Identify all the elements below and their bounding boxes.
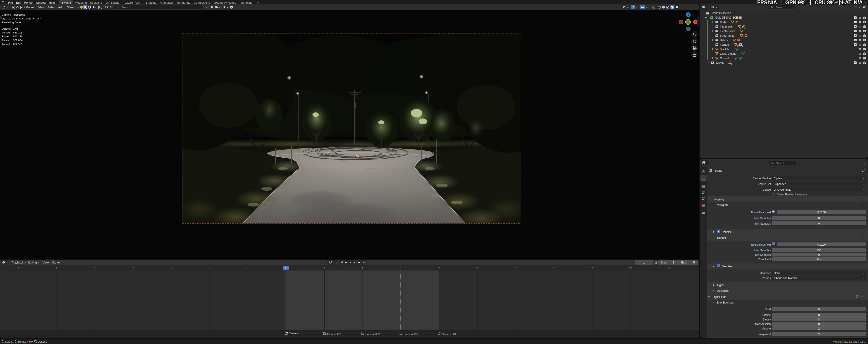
svg-text:Z: Z [688, 13, 689, 16]
svg-text:X: X [694, 21, 696, 23]
